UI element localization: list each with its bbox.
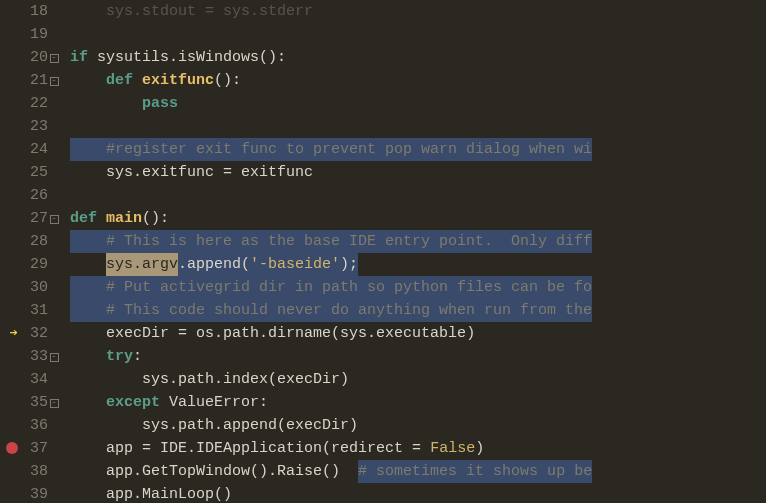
code-line[interactable]: try: <box>68 345 766 368</box>
keyword-token: try <box>106 345 133 368</box>
gutter-row[interactable]: 29 <box>2 253 60 276</box>
code-line[interactable] <box>68 184 766 207</box>
code-line[interactable]: if sysutils.isWindows(): <box>68 46 766 69</box>
code-editor[interactable]: 181920-21-222324252627-28293031➔3233-343… <box>0 0 766 503</box>
code-line[interactable]: pass <box>68 92 766 115</box>
line-number: 20 <box>18 46 48 69</box>
gutter-row[interactable]: 34 <box>2 368 60 391</box>
punct-token: ( <box>277 414 286 437</box>
keyword-token: except <box>106 391 160 414</box>
code-line[interactable]: sys.exitfunc = exitfunc <box>68 161 766 184</box>
line-number: 32 <box>18 322 48 345</box>
fold-slot[interactable]: - <box>48 207 60 230</box>
gutter-row[interactable]: 38 <box>2 460 60 483</box>
breakpoint-icon[interactable] <box>6 442 18 454</box>
code-line[interactable]: # Put activegrid dir in path so python f… <box>68 276 766 299</box>
code-line[interactable]: app.MainLoop() <box>68 483 766 503</box>
punct-token: ) <box>349 414 358 437</box>
punct-token: ); <box>340 253 358 276</box>
code-line[interactable] <box>68 23 766 46</box>
gutter-row[interactable]: 18 <box>2 0 60 23</box>
text-token: execDir <box>286 414 349 437</box>
fold-slot[interactable]: - <box>48 46 60 69</box>
comment-token: #register exit func to prevent pop warn … <box>106 138 592 161</box>
code-line[interactable]: sys.stdout = sys.stderr <box>68 0 766 23</box>
text-token: ValueError <box>160 391 259 414</box>
line-number: 19 <box>18 23 48 46</box>
code-line[interactable]: app = IDE.IDEApplication(redirect = Fals… <box>68 437 766 460</box>
code-area[interactable]: sys.stdout = sys.stderrif sysutils.isWin… <box>68 0 766 503</box>
fold-collapse-icon[interactable]: - <box>50 215 59 224</box>
gutter-row[interactable]: 19 <box>2 23 60 46</box>
gutter-row[interactable]: 39 <box>2 483 60 503</box>
line-number: 23 <box>18 115 48 138</box>
gutter-row[interactable]: 31 <box>2 299 60 322</box>
line-number: 25 <box>18 161 48 184</box>
code-line[interactable]: # This code should never do anything whe… <box>68 299 766 322</box>
gutter-row[interactable]: 30 <box>2 276 60 299</box>
code-line[interactable] <box>68 115 766 138</box>
punct-token: = <box>142 437 151 460</box>
gutter-row[interactable]: 33- <box>2 345 60 368</box>
gutter: 181920-21-222324252627-28293031➔3233-343… <box>0 0 68 503</box>
text-token <box>70 69 106 92</box>
text-token: redirect <box>331 437 412 460</box>
fold-collapse-icon[interactable]: - <box>50 54 59 63</box>
code-line[interactable]: app.GetTopWindow().Raise() # sometimes i… <box>68 460 766 483</box>
gutter-row[interactable]: 21- <box>2 69 60 92</box>
text-token: sys.executable <box>340 322 466 345</box>
comment-token: # sometimes it shows up be <box>358 460 592 483</box>
code-line[interactable]: def exitfunc(): <box>68 69 766 92</box>
text-token <box>133 69 142 92</box>
code-line[interactable]: # This is here as the base IDE entry poi… <box>68 230 766 253</box>
text-token: sys.path.append <box>70 414 277 437</box>
punct-token: () <box>214 483 232 503</box>
gutter-row[interactable]: 35- <box>2 391 60 414</box>
breakpoint-slot[interactable] <box>2 437 18 460</box>
breakpoint-slot[interactable]: ➔ <box>2 322 18 345</box>
gutter-row[interactable]: ➔32 <box>2 322 60 345</box>
fold-collapse-icon[interactable]: - <box>50 353 59 362</box>
fold-collapse-icon[interactable]: - <box>50 399 59 408</box>
code-line[interactable]: #register exit func to prevent pop warn … <box>68 138 766 161</box>
text-token <box>70 92 142 115</box>
gutter-row[interactable]: 28 <box>2 230 60 253</box>
text-token: app.MainLoop <box>70 483 214 503</box>
gutter-row[interactable]: 20- <box>2 46 60 69</box>
gutter-row[interactable]: 27- <box>2 207 60 230</box>
punct-token: (): <box>214 69 241 92</box>
punct-token: ( <box>331 322 340 345</box>
execution-pointer-icon: ➔ <box>10 325 18 341</box>
line-number: 36 <box>18 414 48 437</box>
code-line[interactable]: except ValueError: <box>68 391 766 414</box>
code-line[interactable]: def main(): <box>68 207 766 230</box>
text-token <box>70 391 106 414</box>
gutter-row[interactable]: 36 <box>2 414 60 437</box>
fold-slot[interactable]: - <box>48 391 60 414</box>
gutter-row[interactable]: 24 <box>2 138 60 161</box>
code-line[interactable]: execDir = os.path.dirname(sys.executable… <box>68 322 766 345</box>
code-line[interactable]: sys.path.index(execDir) <box>68 368 766 391</box>
punct-token: ) <box>475 437 484 460</box>
code-line[interactable]: sys.argv.append('-baseide'); <box>68 253 766 276</box>
punct-token: (). <box>250 460 277 483</box>
comment-token: # This code should never do anything whe… <box>106 299 592 322</box>
gutter-row[interactable]: 22 <box>2 92 60 115</box>
line-number: 21 <box>18 69 48 92</box>
fold-slot[interactable]: - <box>48 69 60 92</box>
keyword-token: def <box>70 207 97 230</box>
gutter-row[interactable]: 37 <box>2 437 60 460</box>
gutter-row[interactable]: 26 <box>2 184 60 207</box>
line-number: 28 <box>18 230 48 253</box>
fold-slot[interactable]: - <box>48 345 60 368</box>
gutter-row[interactable]: 23 <box>2 115 60 138</box>
text-token: app <box>70 437 142 460</box>
string-token: '-baseide' <box>250 253 340 276</box>
code-line[interactable]: sys.path.append(execDir) <box>68 414 766 437</box>
line-number: 33 <box>18 345 48 368</box>
punct-token: ( <box>241 253 250 276</box>
gutter-row[interactable]: 25 <box>2 161 60 184</box>
text-token <box>70 276 106 299</box>
line-number: 30 <box>18 276 48 299</box>
fold-collapse-icon[interactable]: - <box>50 77 59 86</box>
